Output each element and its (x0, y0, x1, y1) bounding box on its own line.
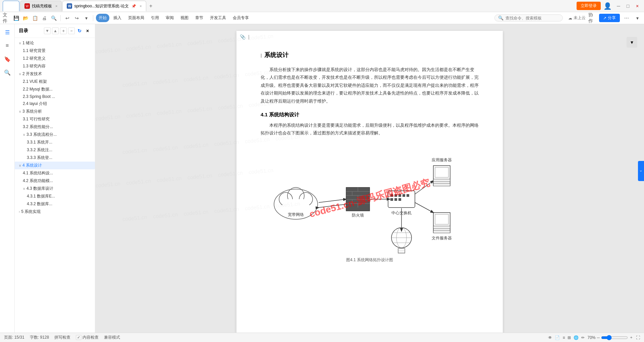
save-icon[interactable]: 💾 (12, 14, 20, 22)
toc-refresh[interactable]: ↻ (76, 27, 83, 34)
toc-item-2-1[interactable]: 2.1 VUE 框架 (15, 78, 95, 86)
toc-item-1[interactable]: ∨1 绪论 (15, 39, 95, 47)
print-icon[interactable]: 🖨 (40, 14, 48, 22)
main-layout: ☰ ≡ 🔖 🔍 目录 ▼ ▲ ＋ － ↻ × ∨1 绪论 1.1 (0, 24, 644, 342)
svg-text:文件服务器: 文件服务器 (432, 236, 452, 240)
view-icon-grid[interactable]: ⊞ (568, 335, 571, 340)
toc-item-3-2[interactable]: 3.2 系统性能分... (15, 123, 95, 131)
svg-rect-49 (398, 250, 405, 252)
svg-rect-39 (433, 226, 450, 229)
menu-membership[interactable]: 会员专享 (230, 14, 252, 22)
cloud-area: ☁ 未上云 (568, 15, 586, 21)
tab-wps[interactable]: W 找稿壳模板 × (20, 1, 62, 11)
search-input[interactable] (505, 16, 559, 20)
login-button[interactable]: 立即登录 (577, 2, 601, 10)
undo-icon[interactable]: ↩ (63, 14, 71, 22)
tab-home[interactable]: 首页 (3, 1, 19, 11)
fullscreen-button[interactable]: ⛶ (636, 335, 640, 340)
svg-rect-38 (435, 214, 448, 224)
template-icon[interactable]: 📋 (31, 14, 39, 22)
preview-icon[interactable]: 🔍 (50, 14, 58, 22)
menu-chapter[interactable]: 章节 (193, 14, 206, 22)
content-check-checkbox[interactable]: ✓ (76, 335, 82, 340)
menu-view[interactable]: 视图 (178, 14, 191, 22)
toc-item-2-2[interactable]: 2.2 Mysql 数据... (15, 86, 95, 93)
menu-layout[interactable]: 页面布局 (125, 14, 147, 22)
svg-rect-4 (282, 199, 309, 208)
menu-review[interactable]: 审阅 (163, 14, 176, 22)
right-edge-panel-toggle[interactable]: › (638, 161, 644, 181)
outline-button[interactable]: ≡ (2, 40, 13, 51)
toc-item-3[interactable]: ∨3 系统分析 (15, 108, 95, 115)
toc-item-1-2[interactable]: 1.2 研究意义 (15, 55, 95, 62)
toc-item-2-4[interactable]: 2.4 layui 介绍 (15, 100, 95, 108)
toc-item-4-1[interactable]: 4.1 系统结构设... (15, 169, 95, 177)
toc-add[interactable]: ＋ (60, 27, 67, 34)
toc-remove[interactable]: － (68, 27, 75, 34)
toc-item-4-2[interactable]: 4.2 系统功能模... (15, 177, 95, 185)
doc-ref-icon[interactable]: 📎 (240, 34, 246, 40)
toc-item-5[interactable]: ›5 系统实现 (15, 208, 95, 216)
toc-item-4-3-1[interactable]: 4.3.1 数据库E... (15, 192, 95, 200)
toc-item-4-3-2[interactable]: 4.3.2 数据库... (15, 200, 95, 208)
view-icon-eye[interactable]: 👁 (548, 335, 552, 340)
collapse-icon[interactable]: ▾ (633, 14, 641, 22)
tab-doc[interactable]: W springboo...知识管理系统-论文 📌 × (62, 1, 146, 11)
tabs-container: 首页 W 找稿壳模板 × W springboo...知识管理系统-论文 📌 ×… (3, 1, 577, 11)
toc-item-1-1[interactable]: 1.1 研究背景 (15, 47, 95, 55)
view-icon-web[interactable]: 🌐 (574, 335, 579, 340)
toc-item-3-1[interactable]: 3.1 可行性研究 (15, 115, 95, 123)
home-tab-label: 首页 (7, 3, 15, 9)
wps-tab-close[interactable]: × (55, 4, 57, 8)
open-icon[interactable]: 📂 (21, 14, 30, 22)
content-check[interactable]: ✓ 内容检查 (76, 335, 99, 340)
share-button[interactable]: ↗ 分享 (599, 14, 620, 22)
view-icon-edit[interactable]: ✏ (581, 335, 585, 340)
toc-item-2-3[interactable]: 2.3 Spring Boot ... (15, 93, 95, 100)
zoom-minus[interactable]: ─ (597, 335, 600, 340)
compat-mode: 兼容模式 (104, 335, 120, 340)
zoom-plus[interactable]: ＋ (629, 335, 633, 340)
menu-insert[interactable]: 插入 (111, 14, 124, 22)
toc-item-1-3[interactable]: 1.3 研究内容 (15, 62, 95, 70)
toc-item-4-3[interactable]: ∨4.3 数据库设计 (15, 185, 95, 192)
more-options-icon[interactable]: ⋯ (623, 14, 631, 22)
add-tab-button[interactable]: + (147, 2, 155, 10)
more-icon[interactable]: ▾ (82, 14, 90, 22)
toc-expand-all[interactable]: ▲ (52, 27, 59, 34)
toc-button[interactable]: ☰ (2, 27, 13, 38)
toc-item-4[interactable]: ∨4 系统设计 (15, 162, 95, 169)
toc-item-2[interactable]: ∨2 开发技术 (15, 70, 95, 78)
doc-area[interactable]: code51.cn code51.cn code51.cn code51.cn … (95, 24, 644, 342)
menu-start[interactable]: 开始 (96, 14, 109, 22)
toc-collapse-all[interactable]: ▼ (44, 27, 51, 34)
spell-check[interactable]: 拼写检查 (54, 335, 70, 340)
toc-item-3-3-2[interactable]: 3.3.2 系统注... (15, 146, 95, 154)
diagram-container: 宽带网络 防火墙 (261, 147, 479, 263)
maximize-button[interactable]: □ (624, 2, 632, 10)
doc-tab-close[interactable]: × (140, 4, 142, 8)
toc-item-3-3[interactable]: ∨3.3 系统流程分... (15, 131, 95, 138)
toc-item-3-3-3[interactable]: 3.3.3 系统登... (15, 154, 95, 162)
svg-text:应用服务器: 应用服务器 (432, 158, 452, 162)
view-icon-list[interactable]: ≡ (562, 335, 565, 340)
close-button[interactable]: × (633, 2, 641, 10)
minimize-button[interactable]: ─ (614, 2, 623, 10)
filter-button[interactable]: ▼ (627, 37, 637, 48)
redo-icon[interactable]: ↪ (73, 14, 81, 22)
svg-rect-27 (394, 198, 397, 201)
search-button[interactable]: 🔍 (2, 67, 13, 78)
doc-page-toolbar: 📎 | (240, 34, 250, 40)
file-menu[interactable]: 文件 (3, 14, 11, 22)
view-icon-page[interactable]: 📄 (555, 335, 560, 340)
menu-devtools[interactable]: 开发工具 (207, 14, 229, 22)
zoom-level: 70% (587, 335, 595, 340)
zoom-slider[interactable] (601, 335, 628, 340)
wps-icon: W (24, 3, 30, 9)
menu-references[interactable]: 引用 (148, 14, 162, 22)
bookmark-button[interactable]: 🔖 (2, 54, 13, 64)
toc-close[interactable]: × (84, 27, 91, 34)
collab-icon[interactable]: 协作 (588, 14, 596, 22)
toc-item-3-3-1[interactable]: 3.3.1 系统开... (15, 138, 95, 146)
search-box[interactable]: 🔍 (494, 14, 563, 21)
